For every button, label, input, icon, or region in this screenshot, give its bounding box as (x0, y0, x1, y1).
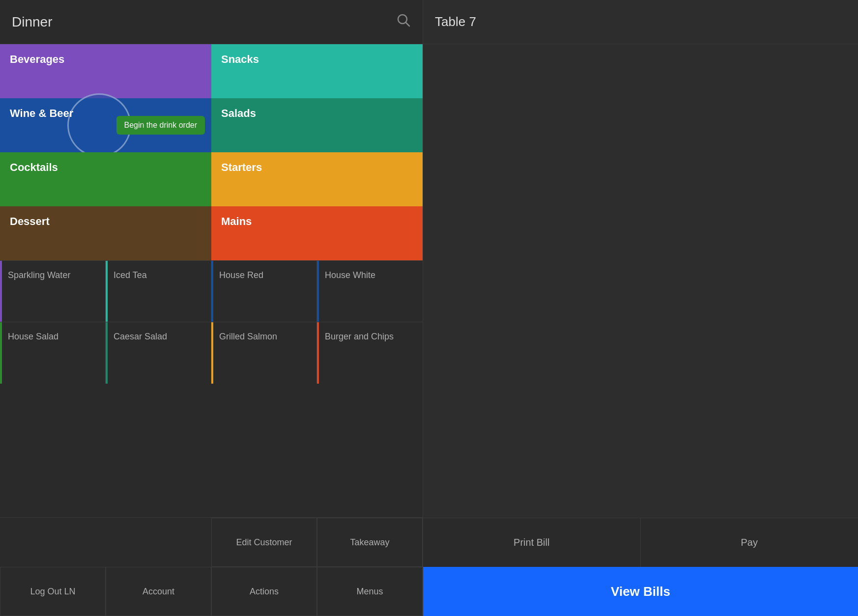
category-beverages[interactable]: Beverages (0, 44, 211, 98)
category-snacks[interactable]: Snacks (211, 44, 423, 98)
svg-line-1 (406, 23, 409, 26)
category-dessert[interactable]: Dessert (0, 206, 211, 260)
category-cocktails[interactable]: Cocktails (0, 152, 211, 206)
menu-item-iced-tea[interactable]: Iced Tea (106, 261, 211, 322)
pay-button[interactable]: Pay (641, 518, 858, 567)
menu-items-grid: Sparkling Water Iced Tea House Red House… (0, 260, 423, 384)
item-border (317, 261, 319, 322)
item-border (317, 322, 319, 384)
menu-item-sparkling-water[interactable]: Sparkling Water (0, 261, 106, 322)
account-button[interactable]: Account (106, 567, 211, 616)
menu-item-grilled-salmon[interactable]: Grilled Salmon (211, 322, 317, 384)
right-content-area (423, 44, 858, 518)
bill-actions: Print Bill Pay (423, 518, 858, 567)
item-border (211, 261, 213, 322)
menus-button[interactable]: Menus (317, 567, 423, 616)
drink-order-tooltip: Begin the drink order (116, 116, 205, 135)
item-border (0, 322, 2, 384)
menu-item-house-salad[interactable]: House Salad (0, 322, 106, 384)
category-grid: Beverages Snacks Wine & Beer Begin the d… (0, 44, 423, 260)
category-mains[interactable]: Mains (211, 206, 423, 260)
edit-customer-button[interactable]: Edit Customer (211, 518, 317, 567)
menu-item-caesar-salad[interactable]: Caesar Salad (106, 322, 211, 384)
menu-item-burger-chips[interactable]: Burger and Chips (317, 322, 423, 384)
category-salads[interactable]: Salads (211, 98, 423, 152)
right-panel: Table 7 Print Bill Pay View Bills (423, 0, 858, 616)
left-header: Dinner (0, 0, 423, 44)
left-spacer (0, 384, 423, 517)
right-header: Table 7 (423, 0, 858, 44)
takeaway-button[interactable]: Takeaway (317, 518, 423, 567)
right-bottom-area: Print Bill Pay View Bills (423, 518, 858, 616)
item-border (0, 261, 2, 322)
category-starters[interactable]: Starters (211, 152, 423, 206)
print-bill-button[interactable]: Print Bill (423, 518, 641, 567)
view-bills-button[interactable]: View Bills (423, 567, 858, 616)
table-title: Table 7 (435, 14, 476, 29)
left-panel: Dinner Beverages Snacks Wine & Beer (0, 0, 423, 616)
empty-cell-2 (106, 518, 211, 567)
search-icon[interactable] (396, 13, 411, 31)
actions-button[interactable]: Actions (211, 567, 317, 616)
page-title: Dinner (12, 14, 52, 30)
menu-item-house-red[interactable]: House Red (211, 261, 317, 322)
bottom-buttons: Edit Customer Takeaway Log Out LN Accoun… (0, 517, 423, 616)
item-border (106, 261, 108, 322)
item-border (211, 322, 213, 384)
menu-item-house-white[interactable]: House White (317, 261, 423, 322)
item-border (106, 322, 108, 384)
category-wine-beer[interactable]: Wine & Beer Begin the drink order (0, 98, 211, 152)
log-out-button[interactable]: Log Out LN (0, 567, 106, 616)
empty-cell-1 (0, 518, 106, 567)
